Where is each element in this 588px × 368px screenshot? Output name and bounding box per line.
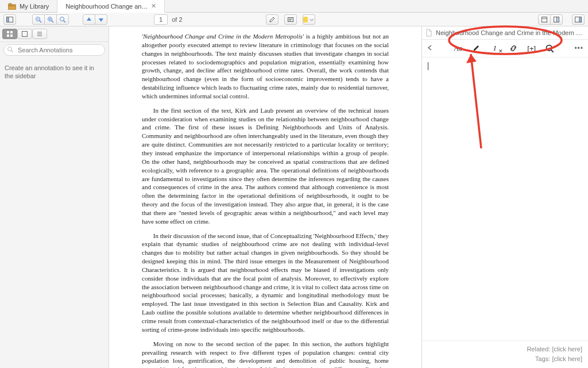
- tab-library[interactable]: My Library: [0, 0, 57, 12]
- svg-point-31: [8, 47, 12, 51]
- back-button[interactable]: [427, 44, 434, 52]
- page-total: of 2: [172, 16, 182, 23]
- main-toolbar: 1 of 2: [0, 13, 588, 26]
- tab-bar: My Library Neighbourhood Change an… ✕: [0, 0, 588, 13]
- library-icon: [8, 3, 16, 10]
- related-label: Related:: [527, 346, 550, 352]
- note-editor[interactable]: [422, 57, 588, 340]
- notes-footer: Related: [click here] Tags: [click here]: [422, 340, 588, 368]
- related-click-here[interactable]: [click here]: [552, 346, 582, 352]
- svg-rect-2: [9, 3, 11, 5]
- zoom-auto-button[interactable]: [56, 14, 69, 25]
- svg-rect-4: [7, 17, 9, 22]
- search-icon: [7, 46, 14, 54]
- document-viewer[interactable]: 'Neighbourhood Change and Crime in the M…: [109, 26, 421, 368]
- svg-rect-14: [288, 17, 293, 21]
- nav-group: [83, 14, 107, 25]
- svg-line-35: [551, 50, 554, 52]
- link-button[interactable]: [508, 43, 519, 53]
- tags-click-here[interactable]: [click here]: [552, 355, 582, 362]
- svg-rect-26: [10, 34, 13, 37]
- tags-label: Tags:: [535, 355, 550, 362]
- page-current[interactable]: 1: [154, 14, 168, 25]
- color-swatch-icon: [303, 17, 308, 22]
- highlighter-button[interactable]: [471, 43, 482, 53]
- notes-panel: Neighbourhood Change and Crime in the Mo…: [421, 26, 588, 368]
- page-up-button[interactable]: [83, 14, 95, 25]
- doc-title-italic: 'Neighbourhood Change and Crime in the M…: [142, 33, 304, 40]
- svg-rect-27: [22, 32, 28, 37]
- info-view-button[interactable]: [550, 14, 563, 25]
- svg-line-9: [52, 20, 54, 22]
- svg-line-13: [64, 20, 66, 22]
- page-indicator: 1 of 2: [154, 14, 183, 25]
- empty-annotations-message: Create an annotation to see it in the si…: [0, 58, 109, 86]
- svg-point-12: [60, 17, 64, 21]
- pdf-page: 'Neighbourhood Change and Crime in the M…: [142, 26, 389, 368]
- page-down-button[interactable]: [95, 14, 107, 25]
- annotate-pen-button[interactable]: [266, 14, 278, 25]
- svg-line-6: [40, 20, 42, 22]
- thumbnails-tab[interactable]: [2, 29, 17, 39]
- zoom-out-button[interactable]: [32, 14, 45, 25]
- tab-label: My Library: [20, 3, 49, 10]
- annotations-tab[interactable]: [17, 29, 32, 39]
- search-notes-button[interactable]: [545, 43, 555, 53]
- text-cursor: [428, 62, 428, 70]
- more-menu-button[interactable]: •••: [574, 44, 583, 52]
- svg-rect-17: [542, 17, 547, 22]
- tab-label: Neighbourhood Change an…: [65, 3, 148, 10]
- outline-tab[interactable]: [32, 29, 47, 39]
- right-pane-switch: [538, 14, 563, 25]
- color-picker-button[interactable]: [303, 14, 315, 25]
- notes-view-button[interactable]: [538, 14, 551, 25]
- document-icon: [425, 29, 432, 37]
- svg-rect-23: [7, 31, 9, 33]
- svg-point-34: [547, 45, 552, 51]
- tab-document[interactable]: Neighbourhood Change an… ✕: [57, 0, 165, 13]
- svg-line-32: [11, 51, 13, 52]
- clear-format-button[interactable]: I✕: [490, 43, 500, 53]
- close-icon[interactable]: ✕: [151, 2, 156, 10]
- annotations-sidebar: Create an annotation to see it in the si…: [0, 26, 109, 368]
- svg-rect-33: [473, 51, 476, 52]
- search-annotations-input[interactable]: [3, 44, 105, 56]
- svg-rect-22: [579, 17, 582, 22]
- right-sidebar-toggle-button[interactable]: [572, 14, 585, 25]
- notes-document-title: Neighbourhood Change and Crime in the Mo…: [436, 29, 585, 36]
- svg-rect-25: [7, 34, 9, 37]
- svg-rect-20: [557, 17, 559, 22]
- annotate-text-button[interactable]: [284, 14, 297, 25]
- text-style-button[interactable]: Aa: [453, 43, 463, 53]
- insert-block-button[interactable]: [+]: [527, 43, 537, 53]
- zoom-in-button[interactable]: [44, 14, 57, 25]
- svg-rect-24: [10, 31, 13, 33]
- zoom-group: [32, 14, 69, 25]
- sidebar-toggle-button[interactable]: [3, 14, 16, 25]
